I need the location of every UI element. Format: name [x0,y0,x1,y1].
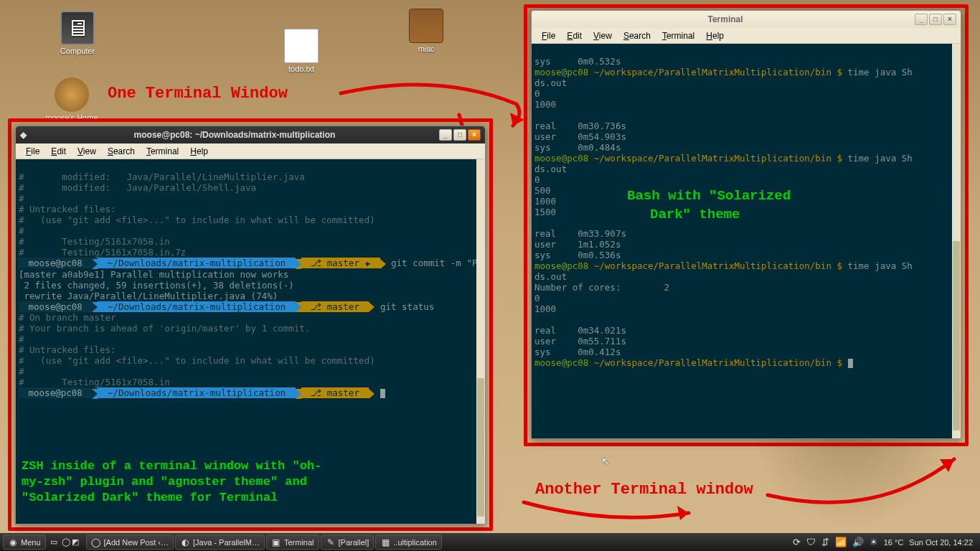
titlebar[interactable]: Terminal _ □ × [532,11,961,28]
system-tray: ⟳ 🛡 ⇵ 📶 🔊 ☀ 16 °C Sun Oct 20, 14:22 [788,537,977,547]
cursor [380,389,385,398]
maximize-button[interactable]: □ [453,129,466,141]
folder-icon [409,9,443,43]
menu-button[interactable]: ◉ Menu [3,534,46,550]
mouse-cursor-icon: ↖ [601,455,611,468]
menu-label: Menu [21,538,41,547]
menu-search[interactable]: Search [619,29,655,42]
desktop-icon-misc[interactable]: misc [397,9,455,53]
menu-edit[interactable]: Edit [562,29,586,42]
terminal-window-zsh[interactable]: ◆ moose@pc08: ~/Downloads/matrix-multipl… [15,126,486,524]
show-desktop-icon[interactable]: ▭ [50,537,57,547]
desktop-icon-home[interactable]: moose's Home [43,77,100,122]
scrollbar-thumb[interactable] [477,378,484,517]
icon-label: moose's Home [45,113,98,122]
mint-icon: ◉ [8,537,18,547]
menu-terminal[interactable]: Terminal [142,145,183,158]
folder-icon: ▦ [380,537,390,547]
window-title: moose@pc08: ~/Downloads/matrix-multiplic… [30,130,439,140]
taskbar-item[interactable]: ▣Terminal [266,534,319,550]
menu-edit[interactable]: Edit [47,145,70,158]
desktop-icon-todo[interactable]: todo.txt [273,29,330,73]
taskbar-item[interactable]: ◐[Java - ParallelM… [175,534,265,550]
close-button[interactable]: × [943,14,956,25]
taskbar-item[interactable]: ◯[Add New Post ‹… [86,534,174,550]
menu-terminal[interactable]: Terminal [658,29,699,42]
desktop-icon-computer[interactable]: 🖥 Computer [49,11,106,55]
scrollbar[interactable] [476,159,485,524]
chrome-icon[interactable]: ◯ [62,537,70,547]
menubar: FFileile Edit View Search Terminal Help [16,143,485,159]
window-title: Terminal [536,14,915,24]
menu-file[interactable]: FFileile [22,145,44,158]
menubar: File Edit View Search Terminal Help [532,28,961,44]
titlebar[interactable]: ◆ moose@pc08: ~/Downloads/matrix-multipl… [16,126,485,143]
bottom-panel: ◉ Menu ▭ ◯ ◩ ◯[Add New Post ‹… ◐[Java - … [0,533,980,551]
close-button[interactable]: × [468,129,481,141]
icon-label: todo.txt [288,65,314,73]
security-icon[interactable]: 🛡 [806,537,816,547]
app-launcher-icon[interactable]: ◩ [72,537,79,547]
scrollbar[interactable] [952,44,961,438]
update-icon[interactable]: ⟳ [793,537,801,547]
weather-icon[interactable]: ☀ [870,537,878,547]
terminal-window-bash[interactable]: Terminal _ □ × File Edit View Search Ter… [531,10,961,439]
network-icon[interactable]: ⇵ [821,537,829,547]
file-icon [284,29,319,63]
window-icon: ◆ [20,130,30,140]
taskbar-item[interactable]: ✎[Parallel] [321,534,374,550]
icon-label: Computer [60,47,95,55]
icon-label: misc [418,44,435,53]
home-icon [55,77,89,112]
clock[interactable]: Sun Oct 20, 14:22 [909,538,973,547]
terminal-content[interactable]: # modified: Java/Parallel/LineMultiplier… [16,159,485,524]
terminal-content[interactable]: sys 0m0.532s moose@pc08 ~/workspace/Para… [532,44,961,438]
menu-search[interactable]: Search [103,145,139,158]
weather-text: 16 °C [884,538,904,547]
minimize-button[interactable]: _ [439,129,452,141]
menu-view[interactable]: View [589,29,616,42]
terminal-icon: ▣ [271,537,281,547]
menu-file[interactable]: File [537,29,560,42]
cursor [848,359,853,368]
menu-view[interactable]: View [73,145,100,158]
gedit-icon: ✎ [326,537,336,547]
chrome-icon: ◯ [91,537,101,547]
eclipse-icon: ◐ [180,537,190,547]
scrollbar-thumb[interactable] [953,241,960,430]
wifi-icon[interactable]: 📶 [835,537,847,547]
menu-help[interactable]: Help [702,29,728,42]
minimize-button[interactable]: _ [915,14,928,25]
computer-icon: 🖥 [60,11,95,45]
menu-help[interactable]: Help [186,145,212,158]
volume-icon[interactable]: 🔊 [852,537,864,547]
taskbar-item[interactable]: ▦..ultiplication [375,534,442,550]
maximize-button[interactable]: □ [929,14,942,25]
